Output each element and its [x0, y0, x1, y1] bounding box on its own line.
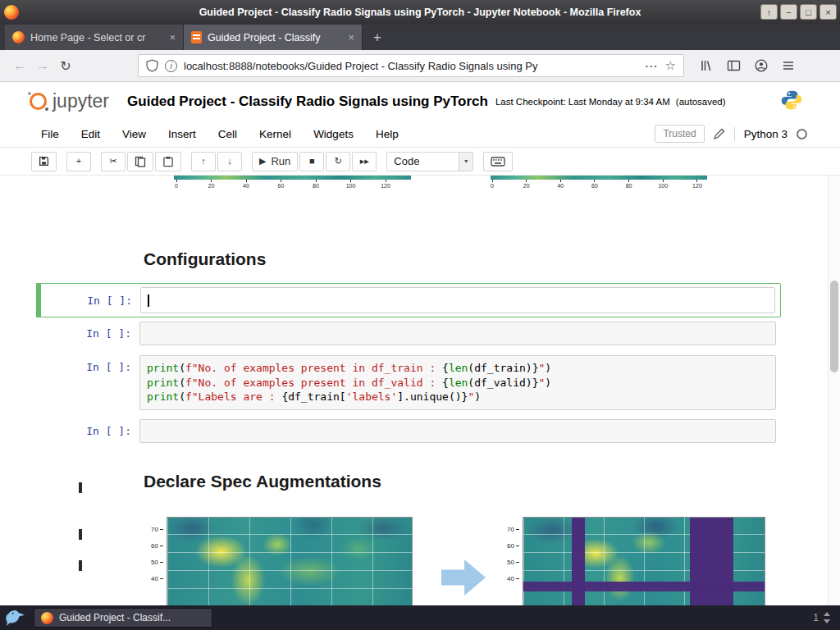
window-titlebar[interactable]: Guided Project - Classify Radio Signals … [0, 0, 840, 25]
menu-item[interactable]: Widgets [313, 128, 354, 140]
tab-close-icon[interactable]: × [348, 31, 354, 43]
bird-icon[interactable] [6, 609, 26, 628]
menu-item[interactable]: View [122, 128, 146, 140]
taskbar: Guided Project - Classif... 1 [0, 605, 840, 630]
keyboard-icon [491, 156, 505, 167]
cut-button[interactable]: ✂ [101, 152, 126, 171]
browser-tab-notebook[interactable]: Guided Project - Classify × [184, 25, 363, 50]
tab-label: Guided Project - Classify [208, 32, 342, 43]
tab-close-icon[interactable]: × [169, 31, 176, 43]
spectrogram-original [167, 517, 413, 605]
paste-button[interactable] [155, 152, 181, 171]
axis-tick-label: 0 [170, 180, 183, 189]
cell-prompt: In [ ]: [36, 355, 139, 410]
menu-icon[interactable] [782, 59, 795, 72]
cell-input[interactable]: print(f"No. of examples present in df_tr… [139, 355, 776, 410]
run-button[interactable]: ▶ Run [252, 152, 298, 171]
play-icon: ▶ [259, 157, 266, 166]
code-cell-empty-1[interactable]: In [ ]: [36, 322, 776, 345]
reload-button[interactable]: ↻ [54, 58, 77, 74]
text-cursor [148, 294, 149, 307]
copy-button[interactable] [127, 152, 153, 171]
restart-kernel-button[interactable]: ↻ [326, 152, 350, 171]
axis-tick-label: 120 [379, 180, 392, 189]
menu-items: FileEditViewInsertCellKernelWidgetsHelp [41, 128, 421, 140]
browser-tab-home[interactable]: Home Page - Select or cr × [5, 25, 184, 50]
jupyter-logo[interactable]: jupyter [30, 90, 109, 112]
menu-item[interactable]: File [41, 128, 59, 140]
clipped-content-mark [79, 482, 82, 493]
paste-icon [162, 156, 174, 167]
menu-item[interactable]: Insert [168, 128, 196, 140]
jupyter-header: jupyter Guided Project - Classify Radio … [0, 82, 840, 121]
screen: Guided Project - Classify Radio Signals … [0, 0, 840, 630]
trusted-badge: Trusted [655, 125, 704, 143]
notebook-tab-icon [191, 31, 202, 43]
forward-button[interactable]: → [31, 58, 54, 73]
notebook-content[interactable]: 020406080100120 020406080100120 Configur… [0, 176, 828, 605]
menu-item[interactable]: Kernel [259, 128, 291, 140]
code-cell-empty-2[interactable]: In [ ]: [36, 419, 776, 443]
jupyter-toolbar: + ✂ ↑ ↓ ▶ Run ■ ↻ ▸▸ Code ▼ [0, 148, 840, 176]
stop-button[interactable]: ■ [299, 152, 324, 171]
clipped-content-mark [79, 529, 82, 540]
move-group: ↑ ↓ [191, 152, 242, 171]
back-button[interactable]: ← [8, 58, 31, 73]
move-up-button[interactable]: ↑ [191, 152, 216, 171]
move-down-button[interactable]: ↓ [217, 152, 242, 171]
axis-tick-label: 50 [139, 554, 163, 570]
tab-label: Home Page - Select or cr [30, 32, 163, 43]
cell-input[interactable] [140, 287, 775, 313]
task-button-firefox[interactable]: Guided Project - Classif... [34, 608, 212, 628]
scrollbar[interactable] [828, 176, 840, 605]
code-cell-print[interactable]: In [ ]: print(f"No. of examples present … [36, 355, 776, 410]
workspace-indicator[interactable]: 1 [813, 612, 819, 623]
scroll-arrows-icon[interactable] [823, 611, 831, 624]
cell-input[interactable] [139, 322, 776, 345]
shade-button[interactable]: ↑ [760, 4, 778, 20]
chevron-down-icon[interactable]: ▼ [459, 153, 472, 171]
shield-icon[interactable] [146, 59, 158, 72]
menu-item[interactable]: Help [376, 128, 399, 140]
add-cell-button[interactable]: + [66, 152, 91, 171]
menu-item[interactable]: Edit [81, 128, 100, 140]
url-bar[interactable]: i localhost:8888/notebooks/Guided Projec… [138, 54, 684, 77]
window-title: Guided Project - Classify Radio Signals … [0, 0, 840, 25]
bookmark-star-icon[interactable]: ☆ [665, 58, 676, 73]
info-icon[interactable]: i [165, 60, 177, 72]
task-button-label: Guided Project - Classif... [59, 612, 171, 623]
autosave-status: (autosaved) [676, 97, 726, 107]
cell-prompt: In [ ]: [42, 287, 140, 313]
notebook-title[interactable]: Guided Project - Classify Radio Signals … [127, 94, 488, 110]
cell-prompt: In [ ]: [36, 419, 139, 443]
python-logo [781, 89, 802, 114]
library-icon[interactable] [699, 59, 713, 72]
command-palette-button[interactable] [483, 152, 513, 171]
code-line: print(f"Labels are : {df_train['labels']… [147, 390, 769, 404]
close-button[interactable]: × [819, 4, 837, 20]
page-actions-icon[interactable]: ··· [646, 60, 659, 72]
scrollbar-thumb[interactable] [830, 281, 838, 372]
minimize-button[interactable]: − [780, 4, 797, 20]
axis-tick-label: 60 [275, 180, 288, 189]
axis-tick-label: 60 [495, 537, 519, 554]
system-tray: 1 [813, 611, 834, 624]
menu-item[interactable]: Cell [218, 128, 237, 140]
restart-run-all-button[interactable]: ▸▸ [352, 152, 377, 171]
axis-tick-label: 40 [554, 180, 567, 189]
axis-tick-label: 40 [495, 570, 519, 587]
firefox-icon [41, 612, 53, 624]
cell-input[interactable] [139, 419, 776, 443]
url-text[interactable]: localhost:8888/notebooks/Guided Project … [184, 60, 639, 72]
jupyter-menubar: FileEditViewInsertCellKernelWidgetsHelp … [0, 121, 840, 148]
kernel-name: Python 3 [744, 128, 788, 140]
jupyter-planet-icon [30, 93, 47, 110]
code-cell-selected[interactable]: In [ ]: [36, 283, 781, 317]
axis-tick-label: 60 [139, 537, 163, 554]
new-tab-button[interactable]: + [363, 25, 392, 50]
maximize-button[interactable]: □ [800, 4, 817, 20]
account-icon[interactable] [755, 59, 768, 72]
save-button[interactable] [31, 152, 57, 171]
sidebar-icon[interactable] [727, 59, 741, 72]
cell-type-select[interactable]: Code ▼ [386, 152, 473, 171]
